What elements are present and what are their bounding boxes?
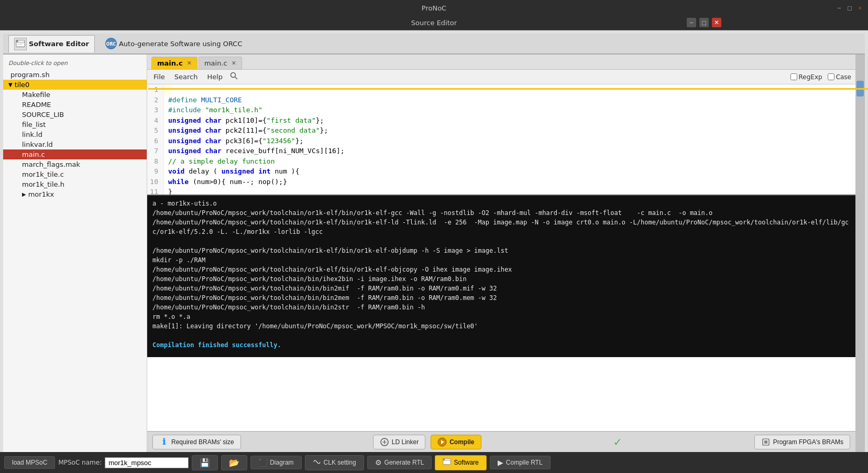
regexp-checkbox[interactable]: [790, 73, 797, 80]
code-line-6: 6 unsigned char pck3[6]={"123456"};: [147, 136, 855, 146]
window-controls: ─ □ ✕: [836, 4, 864, 12]
mpsoc-name-input[interactable]: [105, 457, 189, 468]
file-tree-item-mor1k-tile-c[interactable]: mor1k_tile.c: [3, 169, 147, 179]
file-tab-close-1[interactable]: ✕: [187, 60, 192, 67]
close-icon[interactable]: ✕: [856, 4, 864, 12]
right-panel: main.c ✕ main.c ✕ File Search Help: [147, 55, 855, 452]
tree-arrow-tile0: ▼: [8, 82, 13, 88]
file-tree-item-link-ld[interactable]: link.ld: [3, 130, 147, 139]
output-line-7: /home/ubuntu/ProNoC/mpsoc_work/toolchain…: [152, 274, 850, 284]
file-tree-item-file-list[interactable]: file_list: [3, 120, 147, 130]
load-mpsoc-label: load MPSoC: [12, 459, 47, 466]
output-line-0: a - mor1kx-utis.o: [152, 199, 850, 208]
taskbar: load MPSoC MPSoC name: 💾 📂 ⬛ Diagram CLK…: [0, 452, 868, 473]
clk-setting-button[interactable]: CLK setting: [305, 455, 364, 470]
diagram-icon: ⬛: [258, 458, 267, 467]
clk-setting-label: CLK setting: [324, 459, 356, 466]
software-button[interactable]: Software: [435, 455, 486, 470]
software-icon: [443, 458, 451, 468]
file-tree-item-readme[interactable]: README: [3, 100, 147, 110]
generate-rtl-icon: ⚙: [375, 458, 382, 467]
file-tabs: main.c ✕ main.c ✕: [147, 55, 855, 70]
case-label: Case: [836, 73, 851, 81]
output-line-10: /home/ubuntu/ProNoC/mpsoc_work/toolchain…: [152, 303, 850, 312]
output-line-11: rm *.o *.a: [152, 312, 850, 321]
file-tree-item-tile0[interactable]: ▼ tile0: [3, 80, 147, 90]
code-line-11: 11 }: [147, 187, 855, 195]
se-close-icon[interactable]: ✕: [712, 18, 721, 27]
minimize-icon[interactable]: ─: [836, 4, 843, 12]
software-editor-icon: [14, 38, 27, 50]
file-tree-item-mor1kx[interactable]: ▶ mor1kx: [3, 189, 147, 199]
svg-text:ORC: ORC: [106, 42, 116, 47]
vertical-scrollbar[interactable]: [855, 55, 865, 452]
se-minimize-icon[interactable]: ─: [687, 18, 696, 27]
file-tree-item-program-sh[interactable]: program.sh: [3, 70, 147, 80]
software-label: Software: [454, 459, 478, 466]
ld-linker-icon: [380, 437, 389, 447]
case-container: Case: [828, 73, 851, 81]
toolbar-file-btn[interactable]: File: [151, 72, 167, 82]
software-editor-label: Software Editor: [29, 40, 89, 48]
required-brams-button[interactable]: ℹ Required BRAMs' size: [152, 435, 241, 449]
output-line-1: /home/ubuntu/ProNoC/mpsoc_work/toolchain…: [152, 208, 850, 218]
file-tree-item-source-lib[interactable]: SOURCE_LIB: [3, 110, 147, 120]
sidebar-hint: Double-click to open: [3, 58, 147, 70]
code-editor[interactable]: 1 2 #define MULTI_CORE 3 #include "mor1k…: [147, 84, 855, 195]
load-mpsoc-button[interactable]: load MPSoC: [4, 456, 55, 469]
file-tab-main-c-2[interactable]: main.c ✕: [199, 57, 242, 69]
file-tab-main-c-1[interactable]: main.c ✕: [151, 57, 197, 69]
compile-label: Compile: [449, 438, 474, 446]
code-line-3: 3 #include "mor1k_tile.h": [147, 105, 855, 115]
code-line-5: 5 unsigned char pck2[11]={"second data"}…: [147, 125, 855, 136]
output-line-8: /home/ubuntu/ProNoC/mpsoc_work/toolchain…: [152, 284, 850, 293]
load-icon: 📂: [229, 458, 239, 468]
case-checkbox[interactable]: [828, 73, 834, 80]
search-button[interactable]: [230, 72, 238, 82]
svg-rect-2: [16, 40, 18, 42]
output-line-3: [152, 236, 850, 246]
orcc-icon: ORC: [105, 38, 117, 49]
output-line-13: [152, 331, 850, 340]
code-line-2: 2 #define MULTI_CORE: [147, 95, 855, 105]
file-tree-item-march-flags[interactable]: march_flags.mak: [3, 159, 147, 169]
window-title: ProNoC: [422, 4, 446, 12]
code-line-9: 9 void delay ( unsigned int num ){: [147, 166, 855, 177]
compile-rtl-button[interactable]: ▶ Compile RTL: [490, 456, 551, 469]
svg-line-8: [235, 77, 238, 80]
clk-setting-icon: [313, 458, 321, 468]
success-checkmark: ✓: [613, 436, 622, 448]
bottom-toolbar: ℹ Required BRAMs' size LD Linker: [147, 431, 855, 452]
output-line-9: /home/ubuntu/ProNoC/mpsoc_work/toolchain…: [152, 293, 850, 303]
file-tab-close-2[interactable]: ✕: [232, 60, 236, 67]
diagram-label: Diagram: [270, 459, 293, 466]
compile-icon: [437, 437, 447, 447]
generate-rtl-button[interactable]: ⚙ Generate RTL: [367, 456, 432, 469]
tree-arrow-mor1kx: ▶: [22, 191, 26, 197]
program-fpga-label: Program FPGA's BRAMs: [773, 438, 843, 446]
compile-rtl-icon: ▶: [498, 458, 503, 467]
svg-rect-16: [443, 458, 445, 460]
output-line-4: /home/ubuntu/ProNoC/mpsoc_work/toolchain…: [152, 246, 850, 255]
toolbar-search-btn[interactable]: Search: [172, 72, 200, 82]
tab-auto-generate[interactable]: ORC Auto-generate Software using ORCC: [100, 36, 248, 51]
save-button[interactable]: 💾: [192, 455, 218, 470]
mpsoc-name-label: MPSoC name:: [58, 459, 102, 466]
diagram-button[interactable]: ⬛ Diagram: [250, 456, 301, 469]
code-line-7: 7 unsigned char receive_buff[ni_NUM_VCs]…: [147, 146, 855, 156]
title-bar: ProNoC ─ □ ✕: [0, 0, 868, 16]
program-fpga-button[interactable]: Program FPGA's BRAMs: [754, 435, 850, 449]
code-toolbar: File Search Help RegExp Case: [147, 70, 855, 84]
toolbar-help-btn[interactable]: Help: [205, 72, 225, 82]
tab-software-editor[interactable]: Software Editor: [8, 35, 95, 52]
compile-button[interactable]: Compile: [431, 435, 481, 449]
load-button[interactable]: 📂: [221, 455, 247, 470]
file-tree-item-makefile[interactable]: Makefile: [3, 90, 147, 100]
maximize-icon[interactable]: □: [846, 4, 853, 12]
regexp-container: RegExp: [790, 73, 822, 81]
se-maximize-icon[interactable]: □: [699, 18, 709, 27]
file-tree-item-mor1k-tile-h[interactable]: mor1k_tile.h: [3, 179, 147, 189]
file-tree-item-main-c[interactable]: main.c: [3, 149, 147, 159]
file-tree-item-linkvar-ld[interactable]: linkvar.ld: [3, 139, 147, 149]
ld-linker-button[interactable]: LD Linker: [373, 435, 425, 449]
